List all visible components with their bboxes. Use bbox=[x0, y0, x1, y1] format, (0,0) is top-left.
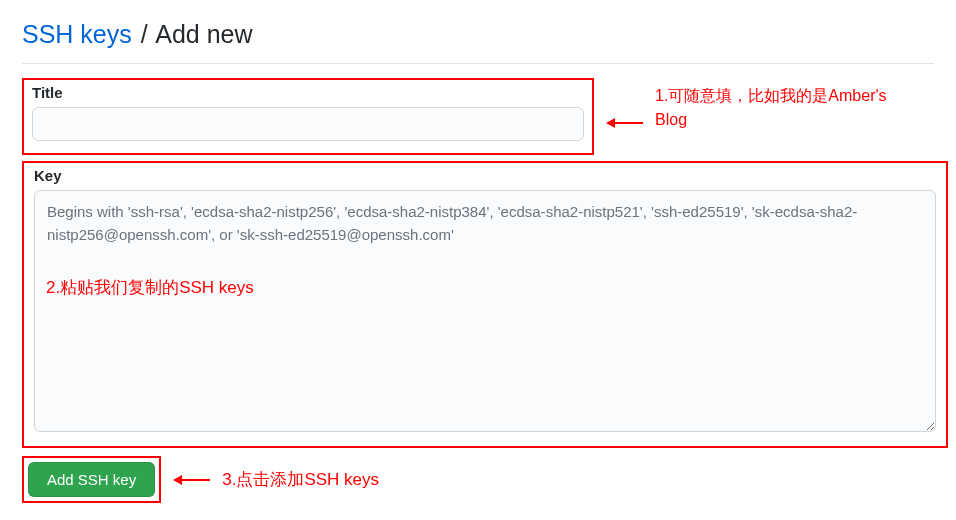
title-label: Title bbox=[32, 84, 584, 101]
ssh-keys-link[interactable]: SSH keys bbox=[22, 20, 132, 48]
title-input[interactable] bbox=[32, 107, 584, 141]
divider bbox=[22, 63, 934, 64]
annotation-3: 3.点击添加SSH keys bbox=[222, 468, 379, 491]
breadcrumb-separator: / bbox=[141, 20, 148, 48]
arrow-annotation-3 bbox=[173, 475, 210, 485]
page-title: SSH keys / Add new bbox=[22, 20, 934, 49]
key-field-highlight: Key 2.粘贴我们复制的SSH keys bbox=[22, 161, 948, 448]
button-highlight: Add SSH key bbox=[22, 456, 161, 503]
key-textarea[interactable] bbox=[34, 190, 936, 432]
breadcrumb-current: Add new bbox=[155, 20, 252, 48]
arrow-annotation-1 bbox=[606, 118, 643, 128]
title-field-highlight: Title bbox=[22, 78, 594, 155]
annotation-1: 1.可随意填，比如我的是Amber's Blog bbox=[655, 84, 915, 132]
add-ssh-key-button[interactable]: Add SSH key bbox=[28, 462, 155, 497]
key-label: Key bbox=[34, 167, 936, 184]
